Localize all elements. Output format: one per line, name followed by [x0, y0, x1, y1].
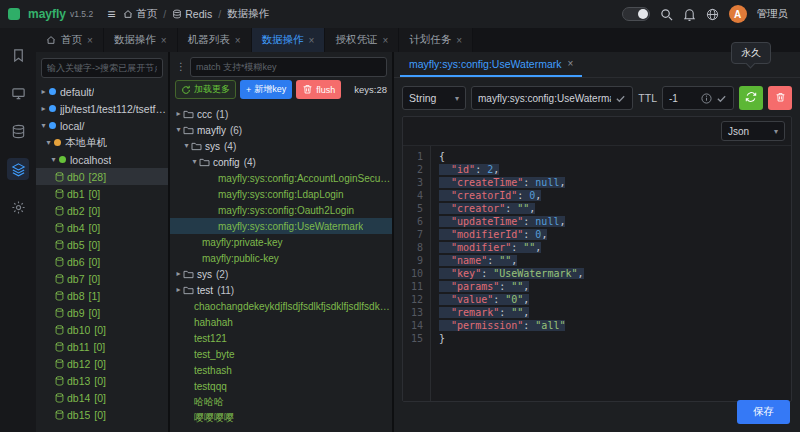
breadcrumb-item[interactable]: 数据操作: [227, 7, 269, 21]
menu-collapse-icon[interactable]: ≡: [107, 7, 115, 21]
refresh-value-button[interactable]: [739, 86, 763, 110]
db-tree-node[interactable]: db6[0]: [36, 253, 168, 270]
type-select[interactable]: String ▾: [402, 86, 466, 110]
db-tree-node[interactable]: db7[0]: [36, 270, 168, 287]
key-row[interactable]: 哈哈哈: [170, 394, 392, 410]
db-tree-node[interactable]: db13[0]: [36, 372, 168, 389]
close-icon[interactable]: ×: [567, 58, 573, 69]
db-tree-node[interactable]: db0[28]: [36, 168, 168, 185]
key-row[interactable]: chaochangdekeykdjflsdjfsdlkfjsdklfjsdlfs…: [170, 298, 392, 314]
key-row[interactable]: test121: [170, 330, 392, 346]
tab-3[interactable]: 数据操作×: [252, 28, 326, 52]
close-icon[interactable]: ×: [456, 35, 462, 46]
database-icon[interactable]: [7, 120, 29, 142]
server-tree-node[interactable]: ▸jjb/test1/test112/tsetfasfasdfa: [36, 100, 168, 117]
info-icon[interactable]: [701, 93, 712, 104]
server-tree-node[interactable]: ▾local/: [36, 117, 168, 134]
key-row[interactable]: mayfly:sys:config:UseWatermark: [170, 218, 392, 234]
caret-down-icon[interactable]: ▾: [44, 139, 53, 147]
tab-2[interactable]: 机器列表×: [178, 28, 252, 52]
more-vertical-icon[interactable]: ⋮: [175, 62, 187, 72]
db-tree-node[interactable]: db1[0]: [36, 185, 168, 202]
caret-down-icon[interactable]: ▾: [190, 158, 199, 166]
tab-5[interactable]: 计划任务×: [399, 28, 473, 52]
flush-button[interactable]: flush: [296, 80, 341, 99]
db-tree-node[interactable]: db8[1]: [36, 287, 168, 304]
key-row[interactable]: testqqq: [170, 378, 392, 394]
notification-icon[interactable]: [683, 8, 696, 21]
username[interactable]: 管理员: [757, 7, 789, 21]
db-tree-node[interactable]: db10[0]: [36, 321, 168, 338]
key-name-input[interactable]: [478, 93, 611, 104]
caret-down-icon[interactable]: ▾: [174, 126, 183, 134]
settings-icon[interactable]: [7, 196, 29, 218]
server-tree-node[interactable]: ▾localhost: [36, 151, 168, 168]
tab-4[interactable]: 授权凭证×: [325, 28, 399, 52]
bookmark-icon[interactable]: [7, 44, 29, 66]
key-row[interactable]: mayfly:sys:config:Oauth2Login: [170, 202, 392, 218]
key-folder-row[interactable]: ▸ccc(1): [170, 106, 392, 122]
key-row[interactable]: test_byte: [170, 346, 392, 362]
language-icon[interactable]: [706, 8, 719, 21]
delete-key-button[interactable]: [768, 86, 792, 110]
caret-right-icon[interactable]: ▸: [174, 286, 183, 294]
close-icon[interactable]: ×: [161, 35, 167, 46]
caret-right-icon[interactable]: ▸: [174, 270, 183, 278]
new-key-button[interactable]: + 新增key: [240, 80, 292, 99]
breadcrumb-item[interactable]: 首页: [123, 7, 157, 21]
ttl-input[interactable]: [669, 93, 697, 104]
code-content[interactable]: { "id": 2, "createTime": null, "creatorI…: [431, 146, 791, 401]
code-editor[interactable]: 123456789101112131415 { "id": 2, "create…: [403, 145, 791, 401]
key-row[interactable]: 嘤嘤嘤嘤: [170, 410, 392, 426]
db-tree-node[interactable]: db2[0]: [36, 202, 168, 219]
layers-icon[interactable]: [7, 158, 29, 180]
db-tree-node[interactable]: db5[0]: [36, 236, 168, 253]
close-icon[interactable]: ×: [235, 35, 241, 46]
save-button[interactable]: 保存: [737, 400, 790, 424]
code-line: {: [439, 150, 791, 163]
load-more-button[interactable]: 加载更多: [175, 80, 236, 99]
key-row[interactable]: testhash: [170, 362, 392, 378]
server-tree-node[interactable]: ▾本地单机: [36, 134, 168, 151]
db-tree-node[interactable]: db9[0]: [36, 304, 168, 321]
key-folder-row[interactable]: ▸test(11): [170, 282, 392, 298]
db-tree-node[interactable]: db4[0]: [36, 219, 168, 236]
detail-tab[interactable]: mayfly:sys:config:UseWatermark ×: [400, 52, 582, 77]
theme-toggle[interactable]: [622, 7, 650, 21]
key-row[interactable]: mayfly:private-key: [170, 234, 392, 250]
key-row[interactable]: mayfly:public-key: [170, 250, 392, 266]
monitor-icon[interactable]: [7, 82, 29, 104]
caret-down-icon[interactable]: ▾: [182, 142, 191, 150]
caret-right-icon[interactable]: ▸: [174, 110, 183, 118]
caret-right-icon[interactable]: ▸: [39, 105, 48, 113]
caret-down-icon[interactable]: ▾: [49, 156, 58, 164]
key-folder-row[interactable]: ▾sys(4): [170, 138, 392, 154]
key-row[interactable]: mayfly:sys:config:LdapLogin: [170, 186, 392, 202]
server-tree-node[interactable]: ▸default/: [36, 83, 168, 100]
tab-0[interactable]: 首页×: [36, 28, 104, 52]
node-search-input[interactable]: [41, 58, 163, 78]
format-select[interactable]: Json ▾: [721, 121, 785, 141]
close-icon[interactable]: ×: [87, 35, 93, 46]
breadcrumb-item[interactable]: Redis: [172, 8, 212, 20]
tab-1[interactable]: 数据操作×: [104, 28, 178, 52]
check-icon[interactable]: [716, 93, 727, 104]
key-folder-row[interactable]: ▾mayfly(6): [170, 122, 392, 138]
db-tree-node[interactable]: db14[0]: [36, 389, 168, 406]
db-tree-node[interactable]: db15[0]: [36, 406, 168, 423]
close-icon[interactable]: ×: [382, 35, 388, 46]
key-row[interactable]: mayfly:sys:config:AccountLoginSecurity: [170, 170, 392, 186]
avatar[interactable]: A: [729, 5, 747, 23]
search-icon[interactable]: [660, 8, 673, 21]
close-icon[interactable]: ×: [309, 35, 315, 46]
caret-right-icon[interactable]: ▸: [39, 88, 48, 96]
caret-down-icon[interactable]: ▾: [39, 122, 48, 130]
db-tree-node[interactable]: db12[0]: [36, 355, 168, 372]
check-icon[interactable]: [615, 93, 626, 104]
key-folder-row[interactable]: ▸sys(2): [170, 266, 392, 282]
key-folder-row[interactable]: ▾config(4): [170, 154, 392, 170]
key-search-input[interactable]: [190, 57, 387, 77]
keys-count: keys:28: [354, 84, 387, 95]
key-row[interactable]: hahahah: [170, 314, 392, 330]
db-tree-node[interactable]: db11[0]: [36, 338, 168, 355]
